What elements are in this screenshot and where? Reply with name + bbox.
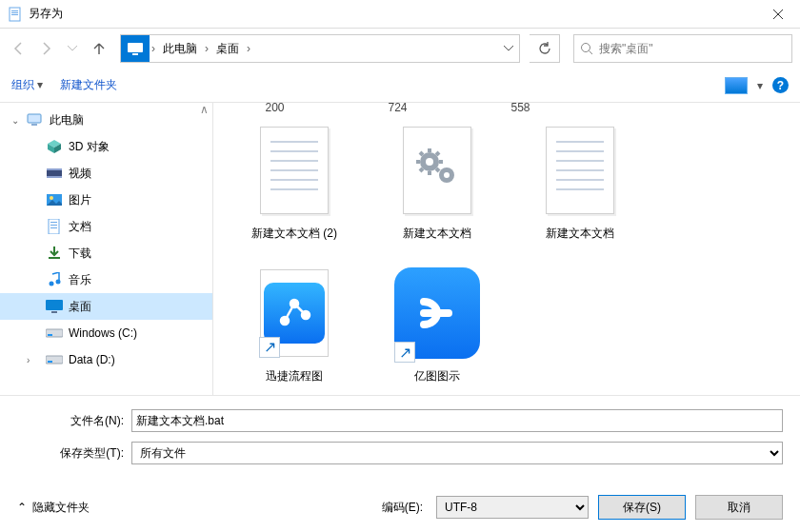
doc-icon <box>46 218 63 235</box>
tree-drive-d[interactable]: › Data (D:) <box>0 346 212 373</box>
txt-gears-icon <box>394 120 480 220</box>
file-name: 新建文本文档 <box>546 226 614 242</box>
encoding-select[interactable]: UTF-8 <box>436 496 589 519</box>
desktop-icon <box>46 298 63 315</box>
tree-label: Windows (C:) <box>69 326 137 340</box>
chevron-down-icon: ▾ <box>37 78 43 91</box>
cutoff-label: 724 <box>388 103 407 114</box>
app-icon <box>8 7 23 22</box>
file-name: 新建文本文档 (2) <box>251 226 337 242</box>
video-icon <box>46 165 63 182</box>
file-name: 新建文本文档 <box>403 226 471 242</box>
svg-rect-2 <box>11 12 18 13</box>
help-button[interactable]: ? <box>772 77 789 93</box>
toolbar: 组织 ▾ 新建文件夹 ▾ ? <box>0 69 800 103</box>
file-item[interactable]: 新建文本文档 <box>366 114 509 257</box>
dialog-footer: ⌃ 隐藏文件夹 编码(E): UTF-8 保存(S) 取消 <box>0 482 800 532</box>
tree-documents[interactable]: 文档 <box>0 213 212 240</box>
svg-point-19 <box>50 196 53 200</box>
cancel-button[interactable]: 取消 <box>695 495 783 520</box>
tree-label: 下载 <box>69 246 91 262</box>
monitor-icon <box>127 42 144 55</box>
window-title: 另存为 <box>29 6 756 22</box>
this-pc-chip[interactable] <box>121 35 150 62</box>
chevron-down-icon <box>504 46 513 51</box>
shortcut-arrow-icon: ↗ <box>259 337 280 358</box>
hide-folders-label: 隐藏文件夹 <box>32 500 90 516</box>
chevron-right-icon: › <box>245 42 252 55</box>
svg-rect-30 <box>48 334 52 336</box>
shortcut-arrow-icon: ↗ <box>394 342 415 363</box>
sidebar-tree[interactable]: ∧ ⌄ 此电脑 3D 对象 视频 图片 文档 下载 音乐 <box>0 103 213 395</box>
hide-folders-toggle[interactable]: ⌃ 隐藏文件夹 <box>17 500 90 516</box>
search-input[interactable] <box>599 42 786 55</box>
file-pane[interactable]: 200 724 558 新建文本文档 (2) 新建文本文档 新建文本文档 <box>213 103 800 395</box>
search-box[interactable] <box>573 34 792 63</box>
titlebar: 另存为 <box>0 0 800 29</box>
svg-line-9 <box>590 51 593 55</box>
recent-dropdown[interactable] <box>61 37 84 60</box>
tree-music[interactable]: 音乐 <box>0 266 212 293</box>
expand-toggle[interactable]: ⌄ <box>11 115 19 126</box>
arrow-up-icon <box>91 41 107 56</box>
filename-input[interactable] <box>131 409 783 432</box>
svg-rect-7 <box>132 53 138 55</box>
file-name: 亿图图示 <box>414 368 460 384</box>
organize-menu[interactable]: 组织 ▾ <box>11 77 43 93</box>
svg-rect-10 <box>28 114 41 123</box>
arrow-right-icon <box>38 41 53 56</box>
svg-point-34 <box>426 158 433 166</box>
crumb-this-pc[interactable]: 此电脑 <box>157 35 203 62</box>
new-folder-button[interactable]: 新建文件夹 <box>60 77 117 93</box>
up-button[interactable] <box>88 37 110 60</box>
save-button[interactable]: 保存(S) <box>598 495 686 520</box>
tree-label: 桌面 <box>69 299 91 315</box>
address-dropdown[interactable] <box>498 35 519 62</box>
tree-drive-c[interactable]: Windows (C:) <box>0 320 212 346</box>
drive-icon <box>46 351 63 368</box>
pc-icon <box>27 111 44 128</box>
tree-label: 视频 <box>69 166 91 182</box>
tree-label: 此电脑 <box>50 112 84 128</box>
tree-pictures[interactable]: 图片 <box>0 187 212 213</box>
partial-cutoff-row: 200 724 558 <box>213 103 800 114</box>
tree-label: Data (D:) <box>69 353 115 366</box>
tree-videos[interactable]: 视频 <box>0 160 212 187</box>
tree-label: 3D 对象 <box>69 139 110 155</box>
svg-rect-17 <box>47 176 62 178</box>
svg-line-42 <box>436 168 439 171</box>
txt-file-icon <box>537 120 623 220</box>
file-item[interactable]: 新建文本文档 <box>509 114 651 257</box>
chevron-right-icon: › <box>150 42 157 55</box>
file-item[interactable]: ↗ 迅捷流程图 <box>223 257 366 395</box>
refresh-button[interactable] <box>530 34 560 63</box>
svg-rect-16 <box>47 168 62 170</box>
svg-rect-32 <box>48 361 52 363</box>
view-options-button[interactable] <box>725 77 748 94</box>
filetype-select[interactable]: 所有文件 <box>131 442 783 464</box>
back-button[interactable] <box>8 37 30 60</box>
file-name: 迅捷流程图 <box>266 368 323 384</box>
chevron-up-icon: ⌃ <box>17 501 27 514</box>
crumb-desktop[interactable]: 桌面 <box>210 35 245 62</box>
close-icon <box>773 10 783 19</box>
tree-this-pc[interactable]: ⌄ 此电脑 <box>0 107 212 133</box>
svg-rect-21 <box>50 222 57 223</box>
svg-line-44 <box>436 152 439 155</box>
address-bar[interactable]: › 此电脑 › 桌面 › <box>120 34 520 63</box>
file-item[interactable]: ↗ 亿图图示 <box>366 257 509 395</box>
svg-rect-6 <box>128 43 143 52</box>
forward-button[interactable] <box>34 37 57 60</box>
filename-label: 文件名(N): <box>17 413 131 429</box>
expand-toggle[interactable]: › <box>27 355 30 365</box>
tree-label: 文档 <box>69 219 91 235</box>
save-form: 文件名(N): 保存类型(T): 所有文件 <box>0 395 800 482</box>
svg-point-25 <box>50 282 54 286</box>
chevron-down-icon[interactable]: ▾ <box>757 79 763 92</box>
tree-desktop[interactable]: 桌面 <box>0 293 212 320</box>
tree-3d-objects[interactable]: 3D 对象 <box>0 133 212 160</box>
close-button[interactable] <box>756 0 800 29</box>
file-item[interactable]: 新建文本文档 (2) <box>223 114 366 257</box>
music-icon <box>46 271 63 288</box>
tree-downloads[interactable]: 下载 <box>0 240 212 266</box>
